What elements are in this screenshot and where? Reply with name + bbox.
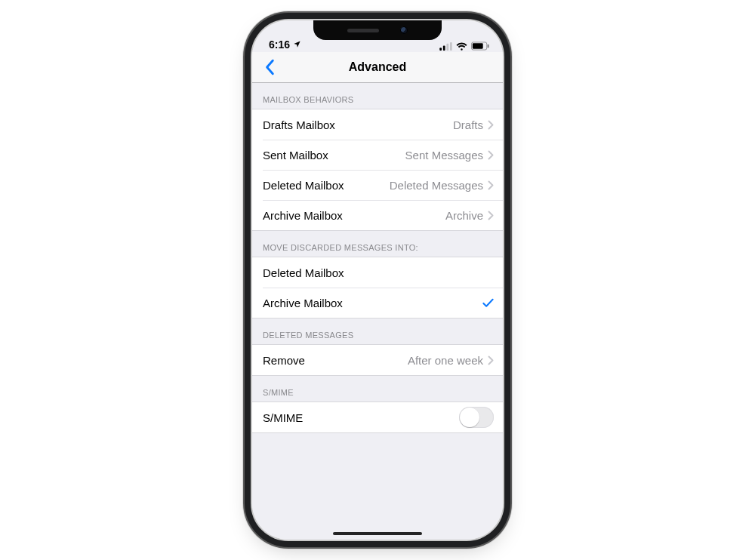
row-label: Sent Mailbox: [263, 149, 328, 162]
row-label: Drafts Mailbox: [263, 118, 335, 131]
row-archive-mailbox[interactable]: Archive Mailbox Archive: [252, 200, 503, 230]
row-value: Drafts: [453, 118, 483, 131]
phone-frame: 6:16: [252, 20, 503, 540]
group-move-discarded: Deleted Mailbox Archive Mailbox: [252, 257, 503, 318]
earpiece-speaker: [347, 29, 379, 32]
row-move-archive[interactable]: Archive Mailbox: [252, 288, 503, 318]
status-time: 6:16: [269, 38, 290, 51]
row-label: S/MIME: [263, 411, 303, 424]
settings-list[interactable]: MAILBOX BEHAVIORS Drafts Mailbox Drafts …: [252, 83, 503, 540]
row-label: Archive Mailbox: [263, 297, 343, 309]
checkmark-icon: [482, 298, 494, 308]
chevron-right-icon: [488, 150, 494, 160]
chevron-right-icon: [488, 355, 494, 365]
group-mailbox-behaviors: Drafts Mailbox Drafts Sent Mailbox Sent …: [252, 109, 503, 231]
smime-toggle[interactable]: [459, 407, 494, 428]
notch: [313, 20, 442, 40]
nav-bar: Advanced: [252, 52, 503, 83]
section-header-smime: S/MIME: [252, 376, 503, 402]
row-value: Sent Messages: [405, 149, 483, 162]
section-header-move-discarded: MOVE DISCARDED MESSAGES INTO:: [252, 231, 503, 257]
svg-rect-3: [450, 42, 452, 51]
row-label: Remove: [263, 354, 305, 367]
row-label: Deleted Mailbox: [263, 179, 344, 192]
row-drafts-mailbox[interactable]: Drafts Mailbox Drafts: [252, 109, 503, 140]
chevron-right-icon: [488, 211, 494, 220]
section-header-mailbox-behaviors: MAILBOX BEHAVIORS: [252, 83, 503, 109]
chevron-right-icon: [488, 180, 494, 190]
group-deleted-messages: Remove After one week: [252, 344, 503, 376]
back-button[interactable]: [258, 55, 282, 79]
front-camera: [400, 26, 408, 34]
stage: 6:16: [0, 0, 755, 560]
svg-rect-6: [488, 45, 489, 48]
row-remove[interactable]: Remove After one week: [252, 345, 503, 375]
section-header-deleted-messages: DELETED MESSAGES: [252, 318, 503, 344]
nav-title: Advanced: [252, 60, 503, 74]
row-value: After one week: [408, 354, 483, 367]
group-smime: S/MIME: [252, 402, 503, 433]
row-move-deleted[interactable]: Deleted Mailbox: [252, 257, 503, 288]
toggle-knob: [460, 408, 479, 427]
wifi-icon: [456, 42, 467, 51]
chevron-right-icon: [488, 120, 494, 130]
screen: 6:16: [252, 20, 503, 540]
cellular-signal-icon: [439, 42, 452, 51]
svg-rect-0: [439, 48, 442, 51]
row-value: Deleted Messages: [390, 179, 483, 192]
row-label: Archive Mailbox: [263, 209, 343, 222]
row-sent-mailbox[interactable]: Sent Mailbox Sent Messages: [252, 140, 503, 170]
svg-rect-1: [443, 45, 445, 50]
svg-rect-5: [473, 43, 483, 48]
row-label: Deleted Mailbox: [263, 266, 344, 279]
location-services-icon: [293, 38, 301, 51]
row-value: Archive: [445, 209, 483, 222]
row-smime[interactable]: S/MIME: [252, 402, 503, 432]
row-deleted-mailbox[interactable]: Deleted Mailbox Deleted Messages: [252, 170, 503, 200]
battery-icon: [471, 42, 489, 51]
svg-rect-2: [446, 43, 448, 50]
